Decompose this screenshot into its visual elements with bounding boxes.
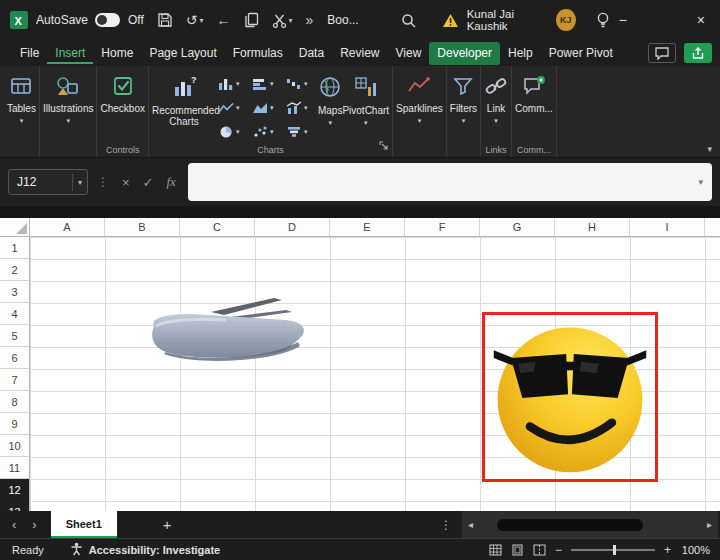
pivotchart-button[interactable]: PivotChart ▾ (342, 66, 389, 140)
zoom-slider[interactable] (571, 549, 655, 551)
caret-down-icon[interactable]: ▾ (72, 174, 87, 191)
waterfall-chart-button[interactable]: ▾ (284, 73, 318, 95)
row-header-8[interactable]: 8 (0, 391, 29, 413)
zoom-level[interactable]: 100% (680, 544, 710, 556)
column-header-a[interactable]: A (30, 218, 105, 236)
normal-view-button[interactable] (489, 544, 502, 556)
charts-dialog-launcher[interactable] (378, 138, 390, 156)
horizontal-scrollbar[interactable]: ◂ ▸ (462, 511, 718, 538)
more-quick-access-button[interactable]: » (306, 12, 314, 28)
scroll-left-icon[interactable]: ◂ (462, 519, 479, 530)
save-button[interactable] (157, 12, 173, 28)
collapse-ribbon-icon[interactable]: ▾ (707, 144, 712, 154)
row-header-9[interactable]: 9 (0, 413, 29, 435)
page-layout-view-button[interactable] (511, 544, 524, 556)
accessibility-status[interactable]: Accessibility: Investigate (70, 542, 220, 558)
checkbox-button[interactable]: Checkbox (100, 66, 144, 140)
avatar[interactable]: KJ (556, 9, 576, 31)
enter-button[interactable]: ✓ (143, 175, 154, 190)
row-header-7[interactable]: 7 (0, 369, 29, 391)
row-header-12[interactable]: 12 (0, 479, 29, 501)
row-header-1[interactable]: 1 (0, 237, 29, 259)
share-button[interactable] (684, 43, 712, 63)
column-header-g[interactable]: G (480, 218, 555, 236)
link-button[interactable]: Link ▾ (484, 66, 508, 140)
row-header-2[interactable]: 2 (0, 259, 29, 281)
prev-sheet-button[interactable]: ‹ (12, 517, 16, 532)
column-header-b[interactable]: B (105, 218, 180, 236)
tab-home[interactable]: Home (93, 42, 141, 65)
insert-function-button[interactable]: fx (167, 174, 176, 190)
tab-review[interactable]: Review (332, 42, 387, 65)
scrollbar-thumb[interactable] (497, 519, 643, 531)
tab-insert[interactable]: Insert (47, 42, 93, 65)
close-button[interactable]: × (688, 12, 714, 28)
formula-bar-handle-icon[interactable]: ⋮ (97, 175, 109, 189)
tab-power-pivot[interactable]: Power Pivot (541, 42, 621, 65)
tab-data[interactable]: Data (291, 42, 332, 65)
cut-button[interactable]: ▾ (272, 13, 293, 28)
formula-bar-expand-icon[interactable]: ▾ (689, 177, 712, 187)
bar-chart-button[interactable]: ▾ (250, 73, 284, 95)
new-comment-button[interactable]: Comm... (515, 66, 553, 140)
area-chart-button[interactable]: ▾ (250, 97, 284, 119)
line-chart-button[interactable]: ▾ (216, 97, 250, 119)
row-header-11[interactable]: 11 (0, 457, 29, 479)
comments-toggle-button[interactable] (648, 43, 676, 63)
tab-file[interactable]: File (12, 42, 47, 65)
row-header-13[interactable]: 13 (0, 501, 29, 511)
scroll-right-icon[interactable]: ▸ (701, 519, 718, 530)
pie-chart-button[interactable]: ▾ (216, 121, 250, 143)
tab-formulas[interactable]: Formulas (225, 42, 291, 65)
column-header-d[interactable]: D (255, 218, 330, 236)
tab-help[interactable]: Help (500, 42, 541, 65)
sheet-options-icon[interactable]: ⋮ (440, 518, 452, 532)
scrollbar-track[interactable] (479, 519, 701, 531)
formula-input[interactable]: ▾ (188, 163, 712, 201)
tab-developer[interactable]: Developer (429, 42, 500, 65)
illustrations-button[interactable]: Illustrations ▾ (43, 66, 94, 140)
next-sheet-button[interactable]: › (32, 517, 36, 532)
emoji-picture-selection[interactable] (482, 312, 658, 482)
row-header-3[interactable]: 3 (0, 281, 29, 303)
column-header-f[interactable]: F (405, 218, 480, 236)
row-header-5[interactable]: 5 (0, 325, 29, 347)
column-header-e[interactable]: E (330, 218, 405, 236)
autosave-toggle[interactable] (95, 13, 120, 27)
column-chart-button[interactable]: ▾ (216, 73, 250, 95)
undo-button[interactable]: ↺ ▾ (186, 12, 204, 28)
sheet-tab-sheet1[interactable]: Sheet1 (51, 511, 117, 538)
zoom-in-button[interactable]: + (664, 543, 671, 557)
3d-model-object[interactable] (136, 290, 321, 375)
zoom-out-button[interactable]: − (555, 543, 562, 557)
column-header-i[interactable]: I (630, 218, 705, 236)
search-button[interactable] (401, 13, 416, 28)
combo-chart-button[interactable]: ▾ (284, 97, 318, 119)
minimize-button[interactable]: − (610, 12, 636, 28)
zoom-slider-thumb[interactable] (613, 545, 616, 555)
cancel-button[interactable]: × (122, 175, 130, 190)
row-header-4[interactable]: 4 (0, 303, 29, 325)
select-all-corner[interactable] (0, 218, 30, 237)
column-header-h[interactable]: H (555, 218, 630, 236)
tab-view[interactable]: View (388, 42, 430, 65)
back-button[interactable]: ← (217, 12, 231, 28)
lightbulb-icon[interactable] (596, 12, 610, 28)
row-header-6[interactable]: 6 (0, 347, 29, 369)
filters-button[interactable]: Filters ▾ (450, 66, 477, 140)
column-header-c[interactable]: C (180, 218, 255, 236)
add-sheet-button[interactable]: + (163, 516, 172, 533)
sparklines-button[interactable]: Sparklines ▾ (396, 66, 443, 140)
tab-page-layout[interactable]: Page Layout (141, 42, 224, 65)
recommended-charts-button[interactable]: ? Recommended Charts (152, 66, 216, 140)
maps-button[interactable]: Maps ▾ (318, 66, 342, 140)
copy-button[interactable] (244, 12, 259, 28)
scatter-chart-button[interactable]: ▾ (250, 121, 284, 143)
excel-logo-icon[interactable]: X (10, 11, 28, 29)
row-header-10[interactable]: 10 (0, 435, 29, 457)
name-box[interactable]: J12 ▾ (8, 169, 88, 195)
page-break-view-button[interactable] (533, 544, 546, 556)
funnel-chart-button[interactable]: ▾ (284, 121, 318, 143)
tables-button[interactable]: Tables ▾ (7, 66, 36, 140)
warning-icon[interactable] (442, 13, 459, 28)
